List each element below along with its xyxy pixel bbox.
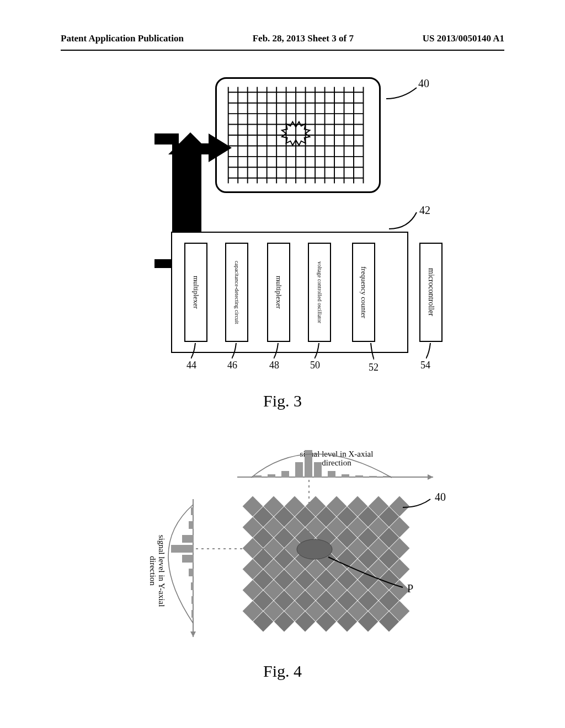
svg-rect-32 (328, 471, 335, 478)
svg-rect-45 (191, 582, 194, 590)
block-label: capacitance-detecting circuit (234, 261, 240, 324)
svg-rect-42 (171, 545, 194, 553)
svg-rect-46 (191, 596, 194, 604)
page-header: Patent Application Publication Feb. 28, … (0, 33, 565, 44)
block-frequency-counter: frequency counter (352, 243, 375, 342)
figure-3-caption: Fig. 3 (0, 392, 565, 410)
reference-40: 40 (418, 77, 429, 90)
svg-rect-26 (254, 475, 262, 478)
svg-marker-38 (190, 631, 196, 637)
block-label: multiplexer (192, 276, 200, 309)
svg-point-140 (297, 539, 332, 559)
svg-rect-28 (281, 471, 289, 478)
leader-line (232, 343, 243, 360)
header-rule (61, 50, 504, 51)
reference-50: 50 (310, 360, 320, 371)
reference-P: P (407, 582, 413, 595)
block-microcontroller: microcontroller (419, 243, 443, 342)
header-center: Feb. 28, 2013 Sheet 3 of 7 (253, 33, 354, 44)
touch-panel (215, 77, 381, 193)
svg-rect-41 (182, 535, 194, 543)
leader-line (191, 343, 202, 360)
block-label: multiplexer (275, 276, 282, 309)
svg-marker-25 (428, 474, 433, 480)
svg-rect-44 (189, 569, 194, 576)
block-capacitance-detecting: capacitance-detecting circuit (225, 243, 248, 342)
svg-rect-29 (295, 462, 303, 478)
svg-rect-39 (191, 507, 194, 515)
block-vco: voltage controlled oscillator (308, 243, 331, 342)
figure-4: signal level in X-axialdirection signal … (143, 447, 452, 651)
svg-rect-35 (369, 476, 377, 478)
svg-rect-47 (191, 610, 194, 618)
block-label: voltage controlled oscillator (317, 261, 323, 323)
svg-rect-33 (342, 474, 349, 478)
reference-48: 48 (269, 360, 279, 371)
y-axis-label: signal level in Y-axialdirection (148, 535, 166, 607)
leader-line (426, 343, 437, 360)
reference-42: 42 (419, 204, 430, 217)
leader-line (315, 343, 326, 360)
block-label: frequency counter (360, 266, 367, 318)
svg-rect-27 (268, 474, 275, 478)
reference-54: 54 (420, 360, 430, 371)
header-right: US 2013/0050140 A1 (423, 33, 504, 44)
leader-line (363, 343, 374, 360)
svg-rect-40 (189, 521, 194, 529)
block-multiplexer-1: multiplexer (184, 243, 207, 342)
leader-line-40 (386, 85, 419, 101)
svg-rect-34 (355, 475, 363, 478)
header-left: Patent Application Publication (61, 33, 184, 44)
block-multiplexer-2: multiplexer (267, 243, 290, 342)
leader-line (274, 343, 285, 360)
figure-3: 40 42 multiplexer capacitance-detecting … (143, 77, 430, 358)
reference-46: 46 (227, 360, 237, 371)
block-label: microcontroller (427, 268, 435, 316)
reference-44: 44 (186, 360, 196, 371)
svg-rect-31 (314, 462, 322, 478)
svg-rect-43 (182, 555, 194, 563)
reference-40-fig4: 40 (435, 491, 446, 503)
reference-52: 52 (369, 362, 379, 373)
figure-4-caption: Fig. 4 (0, 662, 565, 681)
sensor-grid (243, 496, 410, 632)
